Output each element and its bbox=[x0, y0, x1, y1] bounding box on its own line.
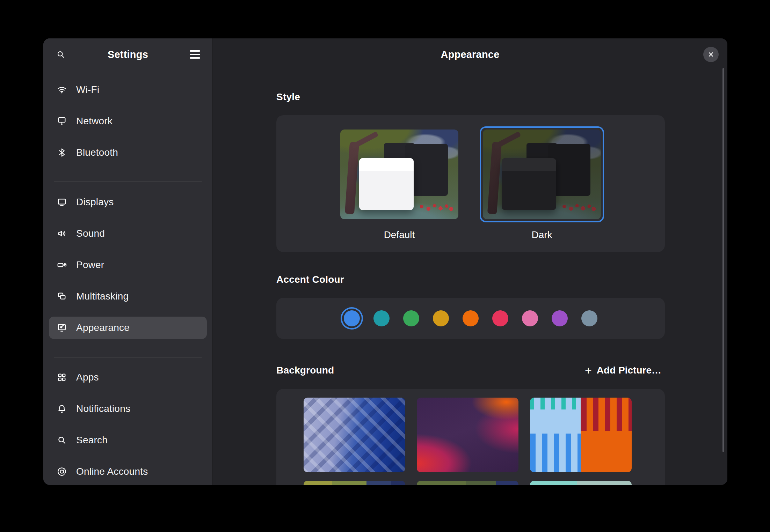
speaker-icon bbox=[57, 228, 67, 239]
sidebar-item-label: Appearance bbox=[76, 322, 130, 333]
wallpaper-flowers bbox=[560, 199, 597, 213]
accent-colour-card bbox=[276, 298, 665, 339]
settings-window: Settings Wi-Fi Network bbox=[43, 38, 727, 485]
wallpaper-preview bbox=[340, 130, 458, 219]
vertical-scrollbar[interactable] bbox=[722, 68, 724, 452]
add-picture-label: Add Picture… bbox=[597, 365, 661, 376]
network-wired-icon bbox=[57, 116, 67, 126]
accent-swatch-pink[interactable] bbox=[522, 310, 538, 326]
sidebar-nav: Wi-Fi Network Bluetooth Displays bbox=[43, 71, 212, 485]
overlapping-windows-icon bbox=[57, 291, 67, 302]
sidebar-item-bluetooth[interactable]: Bluetooth bbox=[49, 141, 207, 164]
sidebar-item-search[interactable]: Search bbox=[49, 429, 207, 451]
preview-window-light bbox=[359, 158, 413, 210]
sidebar-item-label: Wi-Fi bbox=[76, 84, 99, 95]
background-heading: Background bbox=[276, 365, 334, 376]
style-dark-thumbnail bbox=[480, 126, 604, 222]
battery-plug-icon bbox=[57, 260, 67, 270]
sidebar-item-label: Online Accounts bbox=[76, 466, 148, 477]
background-thumbnail-olive-field[interactable] bbox=[304, 481, 405, 485]
background-thumbnail-blue-geometric[interactable] bbox=[304, 398, 405, 472]
sidebar-item-label: Displays bbox=[76, 197, 114, 208]
accent-swatch-yellow[interactable] bbox=[433, 310, 449, 326]
content-header: Appearance bbox=[213, 38, 727, 71]
apps-grid-icon bbox=[57, 372, 67, 383]
sidebar-item-label: Search bbox=[76, 435, 108, 446]
wallpaper-flowers bbox=[417, 199, 455, 213]
at-sign-icon bbox=[57, 466, 67, 477]
search-icon[interactable] bbox=[52, 46, 69, 63]
accent-swatch-teal[interactable] bbox=[373, 310, 390, 326]
display-brush-icon bbox=[57, 323, 67, 333]
accent-swatch-purple[interactable] bbox=[552, 310, 568, 326]
bell-icon bbox=[57, 404, 67, 414]
scroll-area[interactable]: Style Default bbox=[213, 71, 727, 485]
wallpaper-tree-trunk bbox=[487, 142, 502, 214]
background-thumbnail-magma-wave[interactable] bbox=[417, 398, 518, 472]
preview-window-dark bbox=[502, 158, 556, 210]
background-thumbnail-drip-split[interactable] bbox=[530, 398, 632, 472]
sidebar-divider bbox=[54, 357, 202, 357]
display-icon bbox=[57, 197, 67, 207]
sidebar: Settings Wi-Fi Network bbox=[43, 38, 213, 485]
style-heading: Style bbox=[276, 91, 666, 103]
accent-swatch-orange[interactable] bbox=[463, 310, 479, 326]
accent-heading: Accent Colour bbox=[276, 274, 666, 285]
sidebar-item-label: Power bbox=[76, 259, 104, 271]
wallpaper-preview bbox=[483, 130, 601, 219]
accent-swatch-blue[interactable] bbox=[344, 310, 360, 326]
sidebar-item-apps[interactable]: Apps bbox=[49, 366, 207, 389]
sidebar-item-displays[interactable]: Displays bbox=[49, 191, 207, 213]
background-row bbox=[304, 398, 665, 472]
sidebar-item-label: Apps bbox=[76, 372, 99, 383]
sidebar-divider bbox=[54, 182, 202, 182]
sidebar-item-label: Multitasking bbox=[76, 291, 129, 302]
style-option-label: Dark bbox=[531, 229, 552, 241]
page-title: Appearance bbox=[441, 49, 499, 60]
wallpaper-tree-branch bbox=[351, 131, 379, 149]
plus-icon: + bbox=[585, 364, 592, 376]
sidebar-item-notifications[interactable]: Notifications bbox=[49, 398, 207, 420]
sidebar-item-label: Notifications bbox=[76, 403, 130, 414]
wallpaper-tree-branch bbox=[494, 131, 522, 149]
appearance-panel: Appearance Style bbox=[213, 38, 727, 485]
add-picture-button[interactable]: + Add Picture… bbox=[581, 362, 665, 379]
wallpaper-tree-trunk bbox=[345, 142, 359, 214]
accent-swatch-slate[interactable] bbox=[581, 310, 597, 326]
sidebar-item-label: Bluetooth bbox=[76, 147, 118, 158]
sidebar-item-wifi[interactable]: Wi-Fi bbox=[49, 79, 207, 101]
sidebar-title: Settings bbox=[108, 49, 148, 60]
hamburger-menu-icon[interactable] bbox=[187, 46, 203, 63]
bluetooth-icon bbox=[57, 147, 67, 158]
sidebar-header: Settings bbox=[43, 38, 212, 71]
sidebar-item-network[interactable]: Network bbox=[49, 110, 207, 132]
background-thumbnail-teal-abstract[interactable] bbox=[530, 481, 632, 485]
sidebar-item-sound[interactable]: Sound bbox=[49, 222, 207, 245]
sidebar-item-online-accounts[interactable]: Online Accounts bbox=[49, 460, 207, 483]
background-card bbox=[276, 389, 665, 485]
background-header-row: Background + Add Picture… bbox=[276, 362, 665, 379]
style-card: Default Dark bbox=[276, 115, 665, 252]
background-row bbox=[304, 481, 665, 485]
style-option-label: Default bbox=[384, 229, 415, 241]
accent-swatch-red[interactable] bbox=[492, 310, 508, 326]
sidebar-item-multitasking[interactable]: Multitasking bbox=[49, 285, 207, 308]
style-default-thumbnail bbox=[337, 126, 462, 222]
sidebar-item-label: Sound bbox=[76, 228, 105, 239]
sidebar-item-label: Network bbox=[76, 116, 112, 127]
close-icon[interactable] bbox=[703, 47, 719, 62]
sidebar-item-power[interactable]: Power bbox=[49, 254, 207, 276]
style-option-default[interactable]: Default bbox=[337, 126, 462, 252]
wifi-icon bbox=[57, 84, 67, 95]
magnifier-icon bbox=[57, 435, 67, 445]
background-thumbnail-green-landscape[interactable] bbox=[417, 481, 518, 485]
sidebar-item-appearance[interactable]: Appearance bbox=[49, 317, 207, 339]
style-option-dark[interactable]: Dark bbox=[480, 126, 604, 252]
accent-swatch-green[interactable] bbox=[403, 310, 419, 326]
